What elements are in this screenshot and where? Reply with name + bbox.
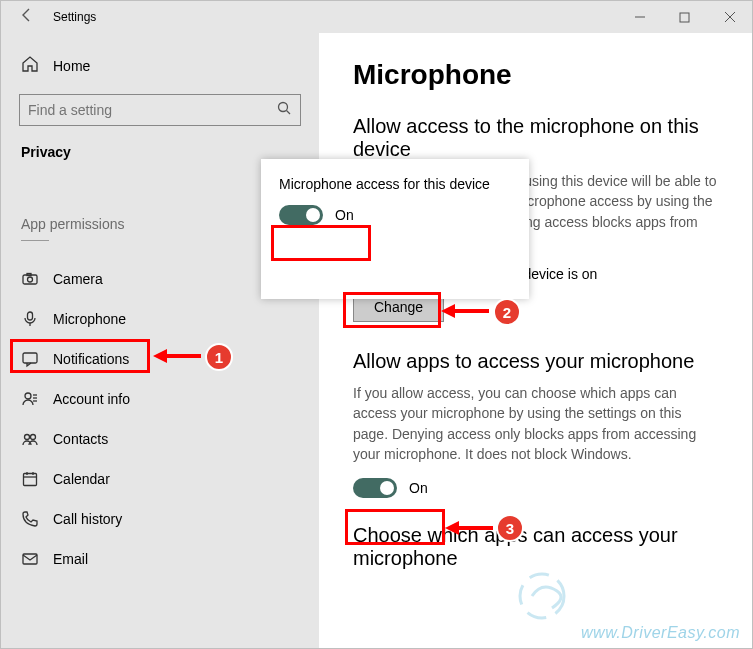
section3-title: Choose which apps can access your microp… — [353, 524, 718, 570]
popup-toggle-label: On — [335, 207, 354, 223]
sidebar-item-account[interactable]: Account info — [1, 379, 319, 419]
apps-toggle-row[interactable]: On — [353, 478, 718, 498]
popup-toggle[interactable] — [279, 205, 323, 225]
page-title: Microphone — [353, 59, 718, 91]
svg-rect-11 — [23, 353, 37, 363]
svg-point-4 — [279, 102, 288, 111]
svg-point-7 — [28, 277, 33, 282]
sidebar-item-label: Notifications — [53, 351, 129, 367]
sidebar: Home Privacy App permissions Camera Micr… — [1, 33, 319, 648]
sidebar-item-calendar[interactable]: Calendar — [1, 459, 319, 499]
content: Microphone Allow access to the microphon… — [319, 33, 752, 648]
phone-icon — [21, 510, 39, 528]
maximize-button[interactable] — [662, 1, 707, 33]
sidebar-item-microphone[interactable]: Microphone — [1, 299, 319, 339]
camera-icon — [21, 270, 39, 288]
sidebar-item-label: Email — [53, 551, 88, 567]
search-icon — [277, 101, 292, 120]
minimize-button[interactable] — [617, 1, 662, 33]
svg-rect-9 — [28, 312, 33, 320]
sidebar-item-label: Calendar — [53, 471, 110, 487]
popup-title: Microphone access for this device — [279, 175, 511, 193]
sidebar-item-email[interactable]: Email — [1, 539, 319, 579]
apps-toggle[interactable] — [353, 478, 397, 498]
section2-desc: If you allow access, you can choose whic… — [353, 383, 718, 464]
home-label: Home — [53, 58, 90, 74]
notifications-icon — [21, 350, 39, 368]
svg-rect-1 — [680, 13, 689, 22]
popup-toggle-row[interactable]: On — [279, 205, 511, 225]
sidebar-item-notifications[interactable]: Notifications — [1, 339, 319, 379]
account-icon — [21, 390, 39, 408]
close-button[interactable] — [707, 1, 752, 33]
svg-rect-22 — [23, 554, 37, 564]
svg-point-17 — [31, 435, 36, 440]
window-title: Settings — [53, 10, 96, 24]
email-icon — [21, 550, 39, 568]
search-input[interactable] — [19, 94, 301, 126]
calendar-icon — [21, 470, 39, 488]
svg-rect-18 — [24, 474, 37, 486]
contacts-icon — [21, 430, 39, 448]
microphone-icon — [21, 310, 39, 328]
sidebar-item-contacts[interactable]: Contacts — [1, 419, 319, 459]
microphone-access-popup: Microphone access for this device On — [261, 159, 529, 299]
sidebar-item-label: Account info — [53, 391, 130, 407]
svg-line-5 — [287, 110, 291, 114]
back-icon[interactable] — [19, 7, 35, 27]
search-field[interactable] — [28, 102, 277, 118]
svg-point-12 — [25, 393, 31, 399]
section-underline — [21, 240, 49, 241]
section1-title: Allow access to the microphone on this d… — [353, 115, 718, 161]
sidebar-item-label: Camera — [53, 271, 103, 287]
sidebar-item-label: Contacts — [53, 431, 108, 447]
apps-toggle-label: On — [409, 480, 428, 496]
nav-list: Camera Microphone Notifications Account … — [1, 259, 319, 579]
sidebar-item-label: Microphone — [53, 311, 126, 327]
home-nav[interactable]: Home — [1, 47, 319, 84]
sidebar-item-label: Call history — [53, 511, 122, 527]
sidebar-item-callhistory[interactable]: Call history — [1, 499, 319, 539]
home-icon — [21, 55, 39, 76]
svg-point-16 — [25, 435, 30, 440]
titlebar: Settings — [1, 1, 752, 33]
section2-title: Allow apps to access your microphone — [353, 350, 718, 373]
